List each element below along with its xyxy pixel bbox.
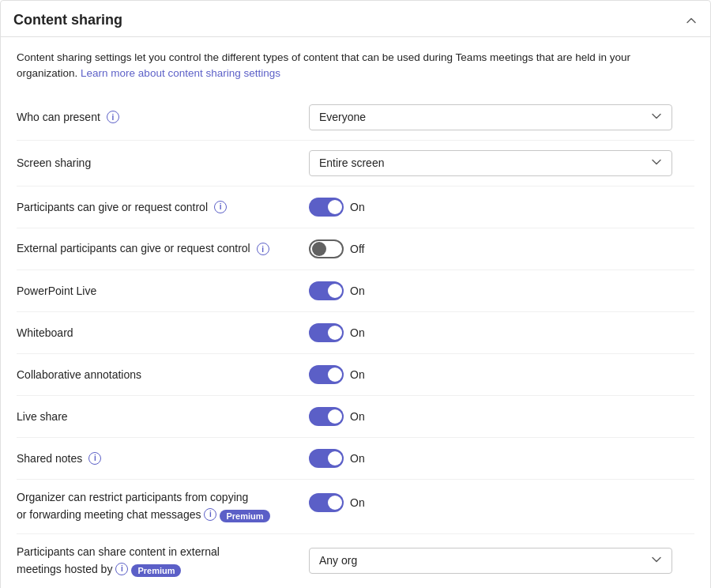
participants-control-label: Participants can give or request control…: [17, 201, 309, 213]
setting-powerpoint-live: PowerPoint Live On: [17, 272, 694, 310]
organizer-toggle-label: On: [350, 496, 365, 509]
panel-body: Content sharing settings let you control…: [1, 37, 710, 588]
external-participants-control: Off: [309, 239, 694, 258]
live-share-toggle-container: On: [309, 407, 365, 426]
participants-control-toggle-knob: [328, 200, 342, 214]
whiteboard-control: On: [309, 323, 694, 342]
share-external-dropdown-chevron-icon: [651, 554, 662, 567]
live-share-control: On: [309, 407, 694, 426]
external-participants-label: External participants can give or reques…: [17, 242, 309, 256]
organizer-restrict-info-icon[interactable]: i: [204, 508, 216, 521]
collapse-button[interactable]: [685, 14, 698, 27]
description-text: Content sharing settings let you control…: [17, 50, 694, 82]
participants-control-control: On: [309, 198, 694, 217]
who-can-present-dropdown[interactable]: Everyone: [309, 104, 672, 130]
external-participants-info-icon[interactable]: i: [257, 243, 269, 255]
shared-notes-toggle-knob: [328, 451, 342, 466]
divider-1: [17, 140, 694, 141]
screen-sharing-dropdown[interactable]: Entire screen: [309, 150, 672, 176]
shared-notes-toggle-label: On: [350, 452, 365, 465]
screen-sharing-dropdown-chevron-icon: [651, 156, 662, 170]
setting-collaborative-annotations: Collaborative annotations On: [17, 356, 694, 394]
organizer-restrict-control: On: [309, 491, 694, 512]
share-external-control: Any org: [309, 545, 694, 574]
collaborative-annotations-label: Collaborative annotations: [17, 368, 309, 381]
share-external-dropdown[interactable]: Any org: [309, 548, 672, 574]
setting-shared-notes: Shared notes i On: [17, 439, 694, 477]
powerpoint-toggle-container: On: [309, 281, 365, 300]
organizer-toggle-container: On: [309, 493, 365, 512]
powerpoint-live-toggle[interactable]: [309, 281, 344, 300]
whiteboard-toggle-container: On: [309, 323, 365, 342]
collaborative-annotations-control: On: [309, 365, 694, 384]
learn-more-link[interactable]: Learn more about content sharing setting…: [81, 67, 280, 79]
setting-participants-control: Participants can give or request control…: [17, 188, 694, 226]
powerpoint-live-control: On: [309, 281, 694, 300]
organizer-restrict-toggle[interactable]: [309, 493, 344, 512]
divider-4: [17, 270, 694, 270]
organizer-toggle-knob: [328, 496, 342, 510]
share-external-label: Participants can share content in extern…: [17, 545, 309, 577]
whiteboard-label: Whiteboard: [17, 326, 309, 339]
whiteboard-toggle-knob: [328, 326, 342, 340]
divider-7: [17, 395, 694, 396]
setting-share-external: Participants can share content in extern…: [17, 536, 694, 586]
collaborative-toggle-container: On: [309, 365, 365, 384]
shared-notes-control: On: [309, 449, 694, 468]
live-share-label: Live share: [17, 410, 309, 423]
divider-9: [17, 479, 694, 480]
setting-organizer-restrict: Organizer can restrict participants from…: [17, 481, 694, 532]
live-share-toggle-label: On: [350, 410, 365, 423]
participants-control-toggle-label: On: [350, 201, 365, 213]
setting-live-share: Live share On: [17, 398, 694, 435]
shared-notes-label: Shared notes i: [17, 452, 309, 465]
screen-sharing-label: Screen sharing: [17, 156, 309, 169]
shared-notes-info-icon[interactable]: i: [88, 452, 101, 465]
panel-title: Content sharing: [13, 12, 122, 28]
collaborative-toggle-knob: [328, 368, 342, 382]
collaborative-toggle-label: On: [350, 368, 365, 381]
whiteboard-toggle-label: On: [350, 326, 365, 339]
divider-2: [17, 186, 694, 187]
participants-control-toggle[interactable]: [309, 198, 344, 217]
divider-3: [17, 228, 694, 228]
collaborative-annotations-toggle[interactable]: [309, 365, 344, 384]
screen-sharing-control: Entire screen: [309, 150, 694, 176]
external-toggle-knob: [312, 242, 326, 256]
live-share-toggle-knob: [328, 409, 342, 424]
dropdown-chevron-icon: [651, 111, 662, 124]
live-share-toggle[interactable]: [309, 407, 344, 426]
share-external-premium-badge: Premium: [131, 564, 181, 577]
divider-5: [17, 311, 694, 312]
participants-control-info-icon[interactable]: i: [214, 201, 227, 213]
content-sharing-panel: Content sharing Content sharing settings…: [0, 0, 711, 588]
share-external-info-icon[interactable]: i: [115, 563, 128, 575]
powerpoint-live-label: PowerPoint Live: [17, 285, 309, 297]
whiteboard-toggle[interactable]: [309, 323, 344, 342]
shared-notes-toggle-container: On: [309, 449, 365, 468]
external-participants-toggle[interactable]: [309, 239, 344, 258]
panel-header: Content sharing: [1, 1, 710, 37]
external-toggle-container: Off: [309, 239, 364, 258]
setting-external-participants-control: External participants can give or reques…: [17, 230, 694, 268]
setting-who-can-present: Who can present i Everyone: [17, 96, 694, 138]
who-can-present-label: Who can present i: [17, 111, 309, 123]
powerpoint-toggle-label: On: [350, 285, 365, 297]
who-can-present-info-icon[interactable]: i: [107, 111, 119, 123]
who-can-present-control: Everyone: [309, 104, 694, 130]
shared-notes-toggle[interactable]: [309, 449, 344, 468]
divider-6: [17, 353, 694, 354]
participants-control-toggle-container: On: [309, 198, 365, 217]
powerpoint-toggle-knob: [328, 284, 342, 298]
divider-8: [17, 437, 694, 438]
external-toggle-label: Off: [350, 243, 364, 255]
setting-whiteboard: Whiteboard On: [17, 314, 694, 352]
organizer-restrict-premium-badge: Premium: [220, 510, 269, 522]
setting-screen-sharing: Screen sharing Entire screen: [17, 142, 694, 184]
organizer-restrict-label: Organizer can restrict participants from…: [17, 491, 309, 522]
divider-10: [17, 533, 694, 534]
